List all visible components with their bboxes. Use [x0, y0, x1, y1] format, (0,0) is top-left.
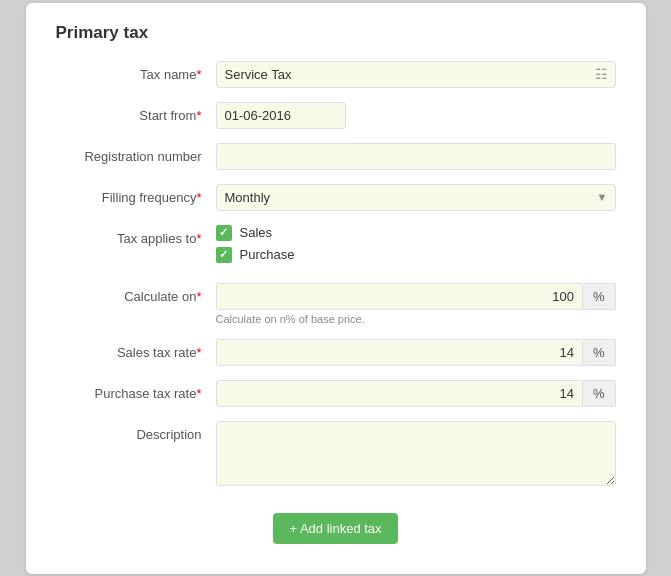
- tax-applies-to-field-wrapper: Sales Purchase: [216, 225, 616, 269]
- sales-label: Sales: [240, 225, 273, 240]
- purchase-tax-rate-field-wrapper: %: [216, 380, 616, 407]
- sales-tax-rate-field-wrapper: %: [216, 339, 616, 366]
- tax-applies-to-row: Tax applies to* Sales Purchase: [56, 225, 616, 269]
- filling-frequency-row: Filling frequency* Monthly Quarterly Ann…: [56, 184, 616, 211]
- sales-tax-rate-unit: %: [583, 339, 616, 366]
- sales-tax-rate-row: Sales tax rate* %: [56, 339, 616, 366]
- purchase-checkbox[interactable]: [216, 247, 232, 263]
- filling-frequency-field-wrapper: Monthly Quarterly Annually ▼: [216, 184, 616, 211]
- description-label: Description: [56, 421, 216, 442]
- calculate-on-input[interactable]: [216, 283, 583, 310]
- start-from-input[interactable]: [216, 102, 346, 129]
- start-from-field-wrapper: [216, 102, 616, 129]
- tax-name-field-wrapper: ☷: [216, 61, 616, 88]
- registration-number-field-wrapper: [216, 143, 616, 170]
- registration-number-input[interactable]: [216, 143, 616, 170]
- tax-applies-to-label: Tax applies to*: [56, 225, 216, 246]
- description-textarea[interactable]: [216, 421, 616, 486]
- calculate-on-hint: Calculate on n% of base price.: [216, 313, 616, 325]
- add-linked-tax-button[interactable]: + Add linked tax: [273, 513, 397, 544]
- filling-frequency-label: Filling frequency*: [56, 184, 216, 205]
- card-title: Primary tax: [56, 23, 616, 43]
- purchase-tax-rate-unit: %: [583, 380, 616, 407]
- sales-checkbox[interactable]: [216, 225, 232, 241]
- purchase-tax-rate-input[interactable]: [216, 380, 583, 407]
- tax-name-input[interactable]: [216, 61, 616, 88]
- purchase-checkbox-row: Purchase: [216, 247, 616, 263]
- sales-checkbox-row: Sales: [216, 225, 616, 241]
- registration-number-row: Registration number: [56, 143, 616, 170]
- tax-name-label: Tax name*: [56, 61, 216, 82]
- calculate-on-unit: %: [583, 283, 616, 310]
- start-from-row: Start from*: [56, 102, 616, 129]
- filling-frequency-select[interactable]: Monthly Quarterly Annually: [216, 184, 616, 211]
- sales-tax-rate-input[interactable]: [216, 339, 583, 366]
- description-row: Description: [56, 421, 616, 489]
- primary-tax-card: Primary tax Tax name* ☷ Start from* Regi…: [26, 3, 646, 574]
- tax-name-row: Tax name* ☷: [56, 61, 616, 88]
- add-linked-tax-row: + Add linked tax: [56, 503, 616, 544]
- calculate-on-label: Calculate on*: [56, 283, 216, 304]
- sales-tax-rate-label: Sales tax rate*: [56, 339, 216, 360]
- start-from-label: Start from*: [56, 102, 216, 123]
- description-field-wrapper: [216, 421, 616, 489]
- purchase-tax-rate-label: Purchase tax rate*: [56, 380, 216, 401]
- calculate-on-field-wrapper: % Calculate on n% of base price.: [216, 283, 616, 325]
- calculate-on-row: Calculate on* % Calculate on n% of base …: [56, 283, 616, 325]
- purchase-label: Purchase: [240, 247, 295, 262]
- purchase-tax-rate-row: Purchase tax rate* %: [56, 380, 616, 407]
- registration-number-label: Registration number: [56, 143, 216, 164]
